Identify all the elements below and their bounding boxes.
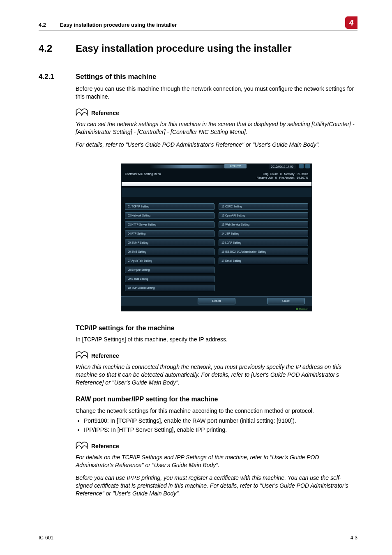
heading-2-text: Settings of this machine bbox=[76, 72, 156, 82]
heading-2: 4.2.1 Settings of this machine bbox=[39, 72, 357, 82]
raw-heading: RAW port number/IPP setting for the mach… bbox=[76, 395, 357, 404]
reference-icon bbox=[76, 441, 88, 450]
reference-label: Reference bbox=[91, 442, 119, 450]
intro-paragraph: Before you can use this machine through … bbox=[76, 85, 357, 101]
shot-setting-button[interactable]: 07 AppleTalk Setting bbox=[125, 258, 214, 264]
shot-datetime: 2010/05/12 17:06 bbox=[269, 164, 296, 169]
shot-setting-button[interactable]: 05 SNMP Setting bbox=[125, 240, 214, 246]
heading-1-num: 4.2 bbox=[39, 42, 76, 55]
shot-setting-button[interactable]: 16 IEEE802.1X Authentication Setting bbox=[219, 249, 308, 255]
reference-label: Reference bbox=[91, 109, 119, 117]
footer-rule bbox=[39, 533, 357, 533]
shot-setting-button[interactable]: 04 FTP Setting bbox=[125, 230, 214, 237]
shot-top-icons bbox=[299, 164, 310, 168]
rotation-icon bbox=[296, 308, 298, 310]
footer-left: IC-601 bbox=[39, 534, 53, 541]
orig-count-label: Orig. Count bbox=[263, 173, 278, 175]
page-footer: IC-601 4-3 bbox=[39, 532, 357, 541]
memory-label: Memory bbox=[284, 173, 294, 175]
header-rule bbox=[39, 30, 357, 30]
shot-rotation-indicator: Rotation bbox=[296, 307, 308, 311]
rotation-label: Rotation bbox=[299, 307, 308, 311]
reserve-label: Reserve Job bbox=[257, 176, 273, 179]
shot-setting-button[interactable]: 03 HTTP Server Setting bbox=[125, 221, 214, 228]
shot-status-block: Orig. Count 0 Memory 99.850% Reserve Job… bbox=[257, 172, 308, 180]
header-section-num: 4.2 bbox=[39, 21, 58, 29]
shot-icon-1 bbox=[299, 164, 304, 168]
shot-close-button[interactable]: Close bbox=[267, 298, 305, 304]
reserve-val: 0 bbox=[275, 176, 277, 179]
running-header: 4.2 Easy installation procedure using th… bbox=[39, 21, 177, 29]
shot-setting-button[interactable]: 13 Web Service Setting bbox=[219, 221, 308, 228]
reference-label: Reference bbox=[91, 352, 119, 360]
heading-2-num: 4.2.1 bbox=[39, 72, 76, 82]
orig-count-val: 0 bbox=[280, 173, 281, 175]
shot-menu-title: Controller NIC Setting Menu bbox=[125, 172, 161, 180]
reference-icon bbox=[76, 351, 88, 360]
chapter-badge: 4 bbox=[345, 16, 357, 29]
heading-1: 4.2 Easy installation procedure using th… bbox=[39, 42, 357, 55]
header-section-title: Easy installation procedure using the in… bbox=[60, 22, 177, 28]
tcpip-heading: TCP/IP settings for the machine bbox=[76, 324, 357, 333]
file-val: 99.867% bbox=[297, 176, 308, 179]
shot-whiteband bbox=[122, 182, 311, 186]
shot-topbar: UTILITY 2010/05/12 17:06 bbox=[121, 164, 312, 170]
reference-icon bbox=[76, 108, 88, 117]
shot-button-area: 01 TCP/IP Setting02 Network Setting03 HT… bbox=[121, 197, 312, 294]
footer-right: 4-3 bbox=[350, 534, 357, 541]
settings-screenshot: UTILITY 2010/05/12 17:06 Controller NIC … bbox=[121, 164, 312, 311]
memory-val: 99.850% bbox=[297, 173, 308, 175]
shot-setting-button[interactable]: 02 Network Setting bbox=[125, 212, 214, 219]
heading-1-text: Easy installation procedure using the in… bbox=[76, 42, 291, 55]
shot-setting-button[interactable]: 06 SMB Setting bbox=[125, 249, 214, 255]
shot-stripe bbox=[122, 188, 311, 197]
shot-setting-button[interactable]: 12 OpenAPI Setting bbox=[219, 212, 308, 219]
reference-text-1b: For details, refer to "User's Guide POD … bbox=[76, 141, 357, 149]
shot-setting-button[interactable]: 09 E-mail Setting bbox=[125, 276, 214, 282]
reference-text-3b: Before you can use IPPS printing, you mu… bbox=[76, 474, 357, 497]
shot-breadcrumb-arrow bbox=[150, 165, 232, 168]
shot-setting-button[interactable]: 17 Detail Setting bbox=[219, 258, 308, 264]
reference-text-3a: For details on the TCP/IP Settings and I… bbox=[76, 454, 357, 469]
shot-col-left: 01 TCP/IP Setting02 Network Setting03 HT… bbox=[125, 203, 214, 294]
shot-setting-button[interactable]: 01 TCP/IP Setting bbox=[125, 203, 214, 210]
shot-setting-button[interactable]: 08 Bonjour Setting bbox=[125, 267, 214, 273]
bullet-list: Port9100: In [TCP/IP Settings], enable t… bbox=[76, 417, 357, 434]
shot-setting-button[interactable]: 11 CSRC Setting bbox=[219, 203, 308, 210]
shot-icon-2 bbox=[305, 164, 310, 168]
tcpip-paragraph: In [TCP/IP Settings] of this machine, sp… bbox=[76, 336, 357, 343]
shot-setting-button[interactable]: 10 TCP Socket Setting bbox=[125, 285, 214, 291]
file-label: File Amount bbox=[279, 176, 295, 179]
bullet-item: IPP/IPPS: In [HTTP Server Setting], enab… bbox=[84, 426, 357, 434]
shot-setting-button[interactable]: 14 JSP Setting bbox=[219, 230, 308, 237]
bullet-item: Port9100: In [TCP/IP Settings], enable t… bbox=[84, 417, 357, 425]
shot-utility-label: UTILITY bbox=[224, 164, 247, 168]
shot-return-button[interactable]: Return bbox=[198, 298, 235, 304]
shot-bottom-bar: Return Close bbox=[121, 296, 312, 306]
raw-paragraph: Change the network settings for this mac… bbox=[76, 407, 357, 415]
shot-setting-button[interactable]: 15 LDAP Setting bbox=[219, 240, 308, 246]
shot-col-right: 11 CSRC Setting12 OpenAPI Setting13 Web … bbox=[219, 203, 308, 294]
shot-metabar: Controller NIC Setting Menu Orig. Count … bbox=[121, 170, 312, 182]
reference-text-2: When this machine is connected through t… bbox=[76, 363, 357, 387]
reference-text-1a: You can set the network settings for thi… bbox=[76, 120, 357, 136]
